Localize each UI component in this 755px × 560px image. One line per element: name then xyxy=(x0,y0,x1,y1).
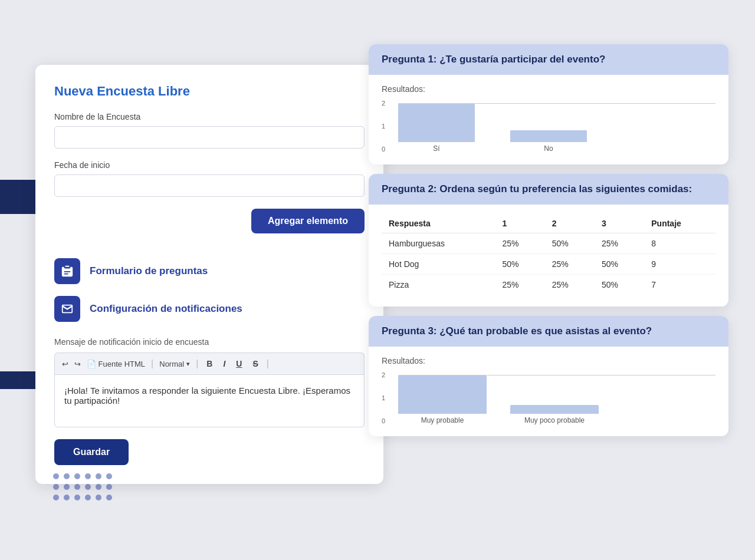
th-puntaje: Puntaje xyxy=(644,214,715,233)
y-label-2: 2 xyxy=(382,100,385,107)
table-row: Pizza 25% 25% 50% 7 xyxy=(382,275,715,295)
name-input[interactable] xyxy=(54,126,365,149)
bold-button[interactable]: B xyxy=(204,358,215,370)
td-r0-4: 8 xyxy=(644,233,715,254)
bar-si-label: Sí xyxy=(433,144,439,153)
td-r1-4: 9 xyxy=(644,254,715,275)
q1-header: Pregunta 1: ¿Te gustaría participar del … xyxy=(369,44,728,75)
q2-header: Pregunta 2: Ordena según tu preferencia … xyxy=(369,174,728,205)
td-r0-1: 25% xyxy=(495,233,545,254)
td-r0-0: Hamburguesas xyxy=(382,233,495,254)
editor-body[interactable]: ¡Hola! Te invitamos a responder la sigui… xyxy=(54,374,365,427)
format-value: Normal xyxy=(159,360,184,368)
panel-title: Nueva Encuesta Libre xyxy=(54,84,365,99)
td-r0-2: 50% xyxy=(545,233,595,254)
q1-title: Pregunta 1: ¿Te gustaría participar del … xyxy=(382,54,715,65)
bar-si: Sí xyxy=(398,104,475,153)
undo-button[interactable]: ↩ xyxy=(62,360,68,368)
italic-button[interactable]: I xyxy=(221,358,228,370)
redo-button[interactable]: ↪ xyxy=(74,360,81,368)
y-label-0: 0 xyxy=(382,146,385,153)
date-input[interactable] xyxy=(54,174,365,197)
td-r1-2: 25% xyxy=(545,254,595,275)
td-r1-1: 50% xyxy=(495,254,545,275)
result-card-q2: Pregunta 2: Ordena según tu preferencia … xyxy=(369,174,728,307)
bar-no: No xyxy=(510,130,587,153)
th-1: 1 xyxy=(495,214,545,233)
th-2: 2 xyxy=(545,214,595,233)
bar-muy-probable: Muy probable xyxy=(398,375,487,424)
menu-form-label: Formulario de preguntas xyxy=(90,265,208,277)
q3-y-label-1: 1 xyxy=(382,394,385,401)
date-label: Fecha de inicio xyxy=(54,160,365,170)
q1-body: Resultados: 2 1 0 Sí No xyxy=(369,75,728,164)
editor-toolbar: ↩ ↪ 📄 Fuente HTML | Normal ▾ | B I U S | xyxy=(54,353,365,374)
th-respuesta: Respuesta xyxy=(382,214,495,233)
save-button[interactable]: Guardar xyxy=(54,439,129,465)
td-r2-3: 50% xyxy=(595,275,644,295)
th-3: 3 xyxy=(595,214,644,233)
sep1: | xyxy=(151,358,153,369)
td-r0-3: 25% xyxy=(595,233,644,254)
td-r2-0: Pizza xyxy=(382,275,495,295)
bar-no-rect xyxy=(510,130,587,142)
td-r2-1: 25% xyxy=(495,275,545,295)
q3-y-label-0: 0 xyxy=(382,417,385,424)
bar-muy-poco-probable: Muy poco probable xyxy=(510,405,599,424)
sep2: | xyxy=(196,358,198,369)
editor-content: ¡Hola! Te invitamos a responder la sigui… xyxy=(64,386,350,406)
menu-notif-label: Configuración de notificaciones xyxy=(90,303,242,315)
q3-y-label-2: 2 xyxy=(382,371,385,378)
underline-button[interactable]: U xyxy=(234,358,244,370)
result-card-q3: Pregunta 3: ¿Qué tan probable es que asi… xyxy=(369,316,728,436)
chevron-down-icon: ▾ xyxy=(186,360,190,368)
bar-si-rect xyxy=(398,104,475,142)
q3-results-label: Resultados: xyxy=(382,356,715,365)
name-label: Nombre de la Encuesta xyxy=(54,112,365,121)
table-row: Hamburguesas 25% 50% 25% 8 xyxy=(382,233,715,254)
q2-body: Respuesta 1 2 3 Puntaje Hamburguesas 25%… xyxy=(369,205,728,307)
bar-muy-probable-label: Muy probable xyxy=(421,416,464,424)
table-row: Hot Dog 50% 25% 50% 9 xyxy=(382,254,715,275)
q3-title: Pregunta 3: ¿Qué tan probable es que asi… xyxy=(382,325,715,337)
bar-muy-poco-probable-rect xyxy=(510,405,599,414)
td-r2-2: 25% xyxy=(545,275,595,295)
y-label-1: 1 xyxy=(382,123,385,130)
envelope-icon xyxy=(54,296,80,322)
add-element-button[interactable]: Agregar elemento xyxy=(251,209,365,233)
dots-decoration xyxy=(53,473,113,502)
html-source-button[interactable]: 📄 Fuente HTML xyxy=(87,360,145,368)
result-card-q1: Pregunta 1: ¿Te gustaría participar del … xyxy=(369,44,728,164)
left-panel: Nueva Encuesta Libre Nombre de la Encues… xyxy=(35,65,383,484)
q3-header: Pregunta 3: ¿Qué tan probable es que asi… xyxy=(369,316,728,347)
bar-muy-probable-rect xyxy=(398,375,487,414)
right-panels: Pregunta 1: ¿Te gustaría participar del … xyxy=(369,44,728,436)
clipboard-icon xyxy=(54,258,80,284)
q2-title: Pregunta 2: Ordena según tu preferencia … xyxy=(382,183,715,195)
format-dropdown[interactable]: Normal ▾ xyxy=(159,360,190,368)
td-r2-4: 7 xyxy=(644,275,715,295)
menu-item-notif[interactable]: Configuración de notificaciones xyxy=(54,290,365,328)
sep3: | xyxy=(267,358,269,369)
menu-section: Formulario de preguntas Configuración de… xyxy=(54,252,365,328)
strikethrough-button[interactable]: S xyxy=(250,358,260,370)
td-r1-3: 50% xyxy=(595,254,644,275)
q3-body: Resultados: 2 1 0 Muy probable Muy poco … xyxy=(369,347,728,436)
menu-item-form[interactable]: Formulario de preguntas xyxy=(54,252,365,290)
notif-message-label: Mensaje de notificación inicio de encues… xyxy=(54,337,365,347)
td-r1-0: Hot Dog xyxy=(382,254,495,275)
q1-results-label: Resultados: xyxy=(382,84,715,94)
q2-table: Respuesta 1 2 3 Puntaje Hamburguesas 25%… xyxy=(382,214,715,295)
bar-no-label: No xyxy=(544,144,553,153)
bar-muy-poco-probable-label: Muy poco probable xyxy=(524,416,585,424)
